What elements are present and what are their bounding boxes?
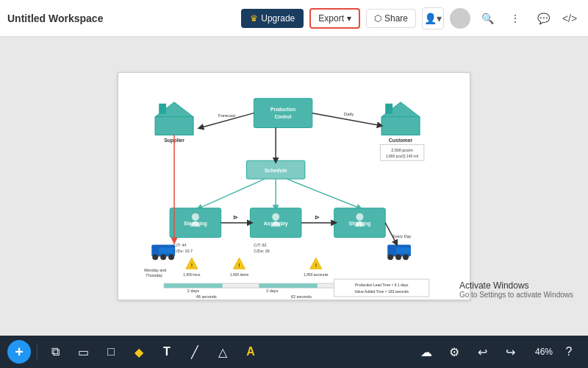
- svg-text:Forecast: Forecast: [218, 113, 236, 118]
- code-icon: </>: [562, 13, 577, 24]
- chevron-down-icon: ▾: [347, 13, 351, 24]
- text-tool-button[interactable]: T: [155, 340, 179, 364]
- svg-text:2 days: 2 days: [266, 289, 278, 293]
- svg-text:Value Added Time = 183 seconds: Value Added Time = 183 seconds: [354, 290, 409, 294]
- paint-icon: △: [218, 345, 227, 359]
- share-button[interactable]: ⬡ Share: [366, 9, 416, 28]
- settings-icon: ⚙: [449, 345, 459, 359]
- cloud-icon: ☁: [420, 345, 432, 359]
- sticky-tool-button[interactable]: ◆: [127, 340, 151, 364]
- bottom-toolbar: + ⧉ ▭ □ ◆ T ╱ △ A ☁ ⚙ ↩ ↪ 46% ?: [0, 336, 588, 368]
- svg-text:!: !: [315, 263, 317, 268]
- svg-rect-5: [159, 104, 166, 114]
- more-icon: ⋮: [510, 13, 520, 24]
- svg-rect-67: [164, 283, 222, 288]
- svg-point-47: [152, 254, 158, 260]
- svg-point-30: [272, 213, 279, 221]
- svg-rect-6: [155, 117, 193, 135]
- svg-text:Production Lead Time = 9.1 day: Production Lead Time = 9.1 days: [355, 283, 409, 287]
- svg-text:C/Do: 26: C/Do: 26: [254, 249, 270, 253]
- svg-rect-68: [259, 283, 317, 288]
- svg-text:Customer: Customer: [389, 138, 413, 143]
- crown-icon: ♛: [250, 13, 258, 24]
- svg-point-42: [403, 254, 409, 260]
- diagram-container: Value Stream Map Template Production Con…: [118, 72, 470, 300]
- vsm-diagram: Production Control Supplier Customer 2,5…: [118, 73, 470, 300]
- svg-text:Production: Production: [270, 107, 295, 112]
- chat-button[interactable]: 💬: [532, 7, 554, 29]
- svg-text:⊳: ⊳: [315, 214, 320, 221]
- share-icon: ⬡: [374, 13, 381, 24]
- text-icon: T: [163, 345, 171, 358]
- header-right-actions: 💬 </>: [532, 7, 581, 29]
- redo-icon: ↪: [506, 345, 515, 359]
- search-button[interactable]: 🔍: [476, 7, 498, 29]
- undo-button[interactable]: ↩: [470, 340, 494, 364]
- toolbar-separator-1: [37, 343, 37, 361]
- svg-text:C/Do: 10.7: C/Do: 10.7: [173, 249, 193, 253]
- svg-text:1,600 tons: 1,600 tons: [183, 273, 201, 277]
- plus-icon: +: [15, 344, 24, 361]
- line-icon: ╱: [191, 345, 198, 359]
- svg-text:2 days: 2 days: [187, 289, 199, 293]
- export-button[interactable]: Export ▾: [309, 8, 360, 29]
- frame-tool-button[interactable]: ▭: [71, 340, 95, 364]
- pages-tool-button[interactable]: ⧉: [43, 340, 67, 364]
- svg-text:Daily: Daily: [344, 112, 354, 116]
- svg-rect-9: [385, 104, 392, 114]
- svg-text:1,850 accounts: 1,850 accounts: [304, 273, 329, 277]
- svg-text:1,400 items: 1,400 items: [230, 273, 249, 277]
- undo-icon: ↩: [478, 345, 487, 359]
- pages-icon: ⧉: [51, 345, 60, 358]
- svg-point-33: [356, 213, 363, 221]
- square-tool-button[interactable]: □: [99, 340, 123, 364]
- help-icon: ?: [566, 345, 573, 358]
- square-icon: □: [107, 345, 115, 358]
- svg-rect-75: [334, 279, 429, 297]
- redo-button[interactable]: ↪: [498, 340, 522, 364]
- svg-text:⊳: ⊳: [233, 214, 238, 221]
- svg-point-27: [192, 213, 199, 221]
- avatar: [450, 8, 470, 29]
- app-header: Untitled Workspace ♛ Upgrade Export ▾ ⬡ …: [0, 0, 588, 37]
- cloud-status-button[interactable]: ☁: [415, 340, 438, 364]
- svg-text:!: !: [191, 263, 193, 268]
- workspace-title: Untitled Workspace: [7, 13, 229, 24]
- svg-text:Schedule: Schedule: [265, 168, 287, 173]
- settings-button[interactable]: ⚙: [442, 340, 466, 364]
- chat-icon: 💬: [537, 13, 550, 24]
- svg-text:Thursday: Thursday: [146, 273, 162, 277]
- svg-point-41: [395, 254, 401, 260]
- svg-text:48 seconds: 48 seconds: [196, 294, 217, 299]
- svg-point-49: [168, 254, 174, 260]
- zoom-level: 46%: [526, 347, 553, 357]
- add-element-button[interactable]: +: [7, 340, 31, 364]
- svg-point-40: [387, 254, 393, 260]
- svg-rect-46: [159, 247, 175, 253]
- profile-icon: 👤: [424, 13, 437, 24]
- svg-text:Every Day: Every Day: [392, 234, 411, 238]
- upgrade-button[interactable]: ♛ Upgrade: [241, 9, 304, 28]
- chevron-icon: ▾: [437, 13, 442, 24]
- highlight-icon: A: [246, 345, 255, 358]
- paint-tool-button[interactable]: △: [211, 340, 234, 364]
- frame-icon: ▭: [78, 345, 89, 359]
- code-button[interactable]: </>: [559, 7, 581, 29]
- line-tool-button[interactable]: ╱: [183, 340, 207, 364]
- svg-text:62 seconds: 62 seconds: [291, 294, 312, 299]
- activate-windows-text: Activate Windows Go to Settings to activ…: [459, 280, 573, 299]
- help-button[interactable]: ?: [557, 340, 581, 364]
- canvas[interactable]: Value Stream Map Template Production Con…: [0, 37, 588, 336]
- svg-text:!: !: [238, 263, 240, 268]
- more-options-button[interactable]: ⋮: [504, 7, 526, 29]
- search-icon: 🔍: [481, 13, 494, 24]
- sticky-icon: ◆: [135, 345, 143, 359]
- svg-text:Control: Control: [275, 114, 292, 119]
- svg-rect-39: [396, 247, 411, 253]
- main-canvas-area: Value Stream Map Template Production Con…: [0, 37, 588, 336]
- highlight-tool-button[interactable]: A: [239, 340, 262, 364]
- svg-text:2,500 pcs/m: 2,500 pcs/m: [391, 148, 413, 152]
- profile-switcher-button[interactable]: 👤▾: [422, 7, 444, 29]
- svg-text:C/T: 44: C/T: 44: [173, 243, 186, 247]
- svg-rect-10: [381, 117, 420, 135]
